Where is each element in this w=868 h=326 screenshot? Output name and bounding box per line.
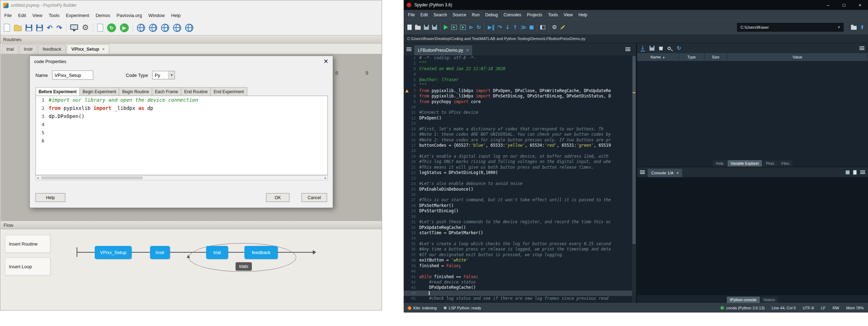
- menu-tools[interactable]: Tools: [45, 11, 62, 19]
- run-file-icon[interactable]: [444, 25, 448, 30]
- dialog-tab-before-experiment[interactable]: Before Experiment: [35, 87, 80, 96]
- menu-demos[interactable]: Demos: [92, 11, 113, 19]
- code-editor[interactable]: 1# -*- coding: utf-8 -*-2"""3Created on …: [404, 55, 636, 303]
- save-data-icon[interactable]: [649, 46, 654, 51]
- console-output[interactable]: [637, 177, 868, 295]
- tab-ipython-console[interactable]: IPython console: [727, 297, 760, 303]
- conda-env-status[interactable]: conda (Python 3.6.13): [720, 306, 764, 310]
- editor-options-icon[interactable]: [404, 43, 414, 55]
- stop-debug-icon[interactable]: [530, 26, 533, 29]
- horizontal-scrollbar[interactable]: ◂ ▸: [35, 175, 328, 180]
- tab-files[interactable]: Files: [778, 160, 792, 167]
- insert-loop-button[interactable]: Insert Loop: [5, 258, 50, 275]
- tab-history[interactable]: History: [761, 297, 779, 303]
- experiment-settings-icon[interactable]: ⚙: [82, 24, 89, 32]
- interrupt-kernel-icon[interactable]: [846, 170, 850, 174]
- clipboard-icon[interactable]: [853, 170, 857, 175]
- open-file-icon[interactable]: [14, 24, 22, 31]
- pavlovia-browse-icon[interactable]: [185, 24, 193, 32]
- tab-help[interactable]: Help: [713, 160, 727, 167]
- tab-variable-explorer[interactable]: Variable Explorer: [728, 160, 762, 167]
- insert-routine-button[interactable]: Insert Routine: [5, 235, 50, 253]
- scroll-right-icon[interactable]: ▸: [325, 176, 326, 180]
- save-as-icon[interactable]: [36, 24, 43, 31]
- flow-node-instr[interactable]: Instr: [150, 246, 170, 259]
- panel-options-icon[interactable]: [859, 46, 864, 50]
- menu-edit[interactable]: Edit: [15, 11, 29, 19]
- menu-run[interactable]: Run: [469, 11, 482, 19]
- routine-canvas[interactable]: 8 9 code Properties ✕ Name Code Type Py …: [1, 54, 382, 221]
- menu-projects[interactable]: Projects: [524, 11, 545, 19]
- menu-pavlovia-org[interactable]: Pavlovia.org: [114, 11, 145, 19]
- menu-tools[interactable]: Tools: [545, 11, 561, 19]
- flow-canvas[interactable]: Insert Routine Insert Loop VPixx_SetupIn…: [1, 229, 382, 310]
- run-cell-icon[interactable]: [451, 25, 457, 30]
- editor-scrollbar[interactable]: [632, 55, 636, 303]
- scrollbar-thumb[interactable]: [632, 56, 636, 244]
- new-file-icon[interactable]: [4, 24, 10, 32]
- maximize-button[interactable]: □: [836, 0, 852, 10]
- step-return-icon[interactable]: ↑: [513, 25, 518, 30]
- menu-file[interactable]: File: [1, 11, 15, 19]
- undo-icon[interactable]: ↶: [47, 24, 52, 31]
- tab-plots[interactable]: Plots: [763, 160, 777, 167]
- search-icon[interactable]: [668, 47, 672, 50]
- send-to-runner-icon[interactable]: ↻: [107, 23, 116, 32]
- flow-node-trial[interactable]: trial: [206, 246, 228, 259]
- import-data-icon[interactable]: ↓: [641, 45, 645, 51]
- menu-consoles[interactable]: Consoles: [501, 11, 524, 19]
- loop-name-badge[interactable]: trials: [236, 262, 252, 271]
- menu-experiment[interactable]: Experiment: [63, 11, 93, 19]
- open-file-icon[interactable]: [415, 25, 421, 30]
- variable-table-body[interactable]: [637, 61, 868, 152]
- close-icon[interactable]: ✕: [324, 58, 328, 65]
- console-menu-icon[interactable]: [860, 170, 865, 174]
- save-file-icon[interactable]: [424, 25, 429, 30]
- maximize-pane-icon[interactable]: [540, 25, 545, 29]
- menu-view[interactable]: View: [561, 11, 576, 19]
- dialog-tab-begin-routine[interactable]: Begin Routine: [119, 87, 152, 96]
- console-options-icon[interactable]: [637, 166, 648, 178]
- new-file-icon[interactable]: [407, 24, 412, 30]
- working-directory-selector[interactable]: C:\Users\lfraser ▼: [737, 23, 844, 32]
- run-cell-advance-icon[interactable]: [460, 25, 466, 30]
- close-tab-icon[interactable]: ×: [676, 171, 679, 175]
- routine-tab-feedback[interactable]: feedback: [38, 44, 66, 54]
- flow-node-feedback[interactable]: feedback: [244, 246, 278, 259]
- menu-help[interactable]: Help: [168, 11, 184, 19]
- name-field[interactable]: [52, 71, 93, 80]
- dialog-tab-end-routine[interactable]: End Routine: [181, 87, 211, 96]
- editor-tab[interactable]: LFButtonPressDemo.py ×: [414, 45, 472, 55]
- redo-icon[interactable]: ↷: [56, 24, 62, 31]
- menu-view[interactable]: View: [29, 11, 45, 19]
- routine-tab-vpixx_setup[interactable]: VPixx_Setup×: [67, 44, 109, 54]
- menu-edit[interactable]: Edit: [418, 11, 431, 19]
- rerun-cell-icon[interactable]: ↻: [477, 25, 481, 30]
- run-selection-icon[interactable]: ⊳: [469, 25, 474, 30]
- code-type-dropdown[interactable]: Py ▼: [152, 71, 175, 79]
- step-into-icon[interactable]: ↓: [505, 25, 510, 30]
- pavlovia-user-icon[interactable]: [161, 24, 169, 32]
- menu-search[interactable]: Search: [431, 11, 450, 19]
- menu-window[interactable]: Window: [145, 11, 168, 19]
- menu-debug[interactable]: Debug: [482, 11, 501, 19]
- console-tab[interactable]: Console 1/A ×: [648, 169, 682, 177]
- editor-menu-icon[interactable]: [623, 43, 633, 55]
- debug-continue-icon[interactable]: ≫: [521, 25, 526, 30]
- flow-node-vpixx_setup[interactable]: VPixx_Setup: [95, 246, 132, 259]
- close-tab-icon[interactable]: ×: [466, 48, 469, 53]
- scrollbar-thumb[interactable]: [42, 176, 143, 179]
- monitor-center-icon[interactable]: [70, 26, 78, 30]
- pavlovia-project-icon[interactable]: [173, 24, 181, 32]
- column-header-size[interactable]: Size: [704, 53, 727, 61]
- minimize-button[interactable]: –: [820, 0, 836, 10]
- routine-tab-trial[interactable]: trial: [2, 44, 18, 54]
- column-header-name[interactable]: Name▲: [637, 53, 679, 61]
- tools-icon[interactable]: ⚙: [552, 24, 557, 30]
- menu-file[interactable]: File: [405, 11, 418, 19]
- close-button[interactable]: ×: [852, 0, 868, 10]
- debug-file-icon[interactable]: ▶‖: [488, 25, 494, 30]
- close-tab-icon[interactable]: ×: [102, 47, 105, 52]
- pavlovia-sync-icon[interactable]: [137, 24, 145, 32]
- go-up-directory-icon[interactable]: ⬆: [860, 25, 864, 30]
